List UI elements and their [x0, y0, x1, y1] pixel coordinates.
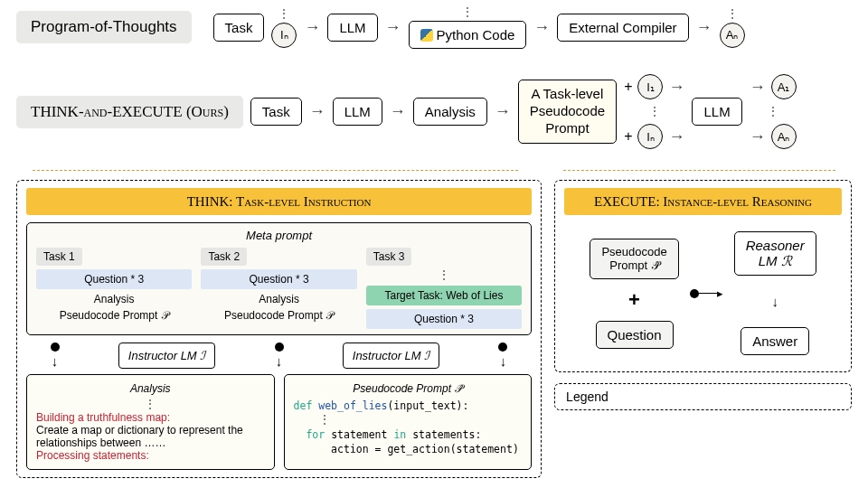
- arrow-icon: →: [533, 18, 550, 37]
- arrow-icon: →: [304, 18, 320, 37]
- question-bar: Question * 3: [201, 269, 356, 289]
- question-bar: Question * 3: [36, 269, 192, 289]
- legend-box: Legend: [554, 383, 852, 410]
- external-compiler-box: External Compiler: [557, 14, 688, 42]
- task-tag: Task 2: [201, 248, 247, 266]
- think-header: THINK: Task-level Instruction: [26, 188, 532, 215]
- down-arrow-icon: ↓: [500, 353, 507, 369]
- task-tag: Task 1: [36, 248, 82, 266]
- pseudo-output-title: Pseudocode Prompt 𝒫̂: [294, 382, 523, 395]
- answer-stack: →A₁ →Aₙ: [750, 74, 797, 149]
- circle-in: Iₙ: [271, 23, 297, 48]
- circle-in-2: Iₙ: [637, 124, 663, 149]
- brace-connector: [563, 155, 835, 171]
- exec-question-box: Question: [596, 321, 674, 349]
- task-box: Task: [213, 14, 265, 42]
- python-icon: [420, 29, 433, 42]
- analysis-box: Analysis: [413, 98, 487, 126]
- brace-connector: [33, 155, 518, 171]
- arrow-icon: →: [495, 102, 511, 121]
- think-panel: THINK: Task-level Instruction Meta promp…: [16, 180, 542, 478]
- pseudo-code: def web_of_lies(input_text): for stateme…: [294, 399, 523, 456]
- dot-connector: [498, 343, 507, 352]
- arrow-icon: →: [385, 18, 401, 37]
- vdots-answers: Aₙ: [720, 7, 745, 48]
- input-stack: +I₁→ +Iₙ→: [624, 74, 684, 149]
- circle-i1: I₁: [637, 74, 663, 99]
- llm-box-3: LLM: [692, 98, 741, 126]
- pseudocode-output: Pseudocode Prompt 𝒫̂ def web_of_lies(inp…: [284, 374, 533, 470]
- llm-box: LLM: [327, 14, 377, 42]
- dot-connector: [51, 343, 60, 352]
- execute-header: EXECUTE: Instance-level Reasoning: [564, 188, 842, 215]
- circle-a1: A₁: [771, 74, 797, 99]
- python-stack: Python Code: [409, 5, 527, 49]
- ours-label: THINK-and-EXECUTE (Ours): [16, 96, 243, 128]
- analysis-output: Analysis Building a truthfulness map: Cr…: [26, 374, 275, 470]
- down-arrow-icon: ↓: [52, 353, 59, 369]
- task-box-2: Task: [250, 98, 302, 126]
- execute-panel: EXECUTE: Instance-level Reasoning Pseudo…: [554, 180, 852, 372]
- meta-col-3: Task 3 Target Task: Web of Lies Question…: [366, 248, 522, 329]
- down-arrow-icon: ↓: [276, 353, 283, 369]
- dot-connector: [275, 343, 284, 352]
- execute-flow: Pseudocode Prompt 𝒫̂ + Question ▸ Reason…: [564, 222, 842, 364]
- instructor-lm-box: Instructor LM ℐ: [343, 343, 439, 369]
- exec-pp-box: Pseudocode Prompt 𝒫̂: [590, 239, 678, 279]
- question-bar: Question * 3: [366, 309, 522, 329]
- answer-box: Answer: [741, 327, 809, 355]
- target-task-bar: Target Task: Web of Lies: [366, 286, 522, 305]
- down-arrow-icon: ↓: [771, 294, 778, 309]
- right-arrow-icon: ▸: [717, 286, 723, 300]
- arrow-icon: →: [390, 102, 406, 121]
- lower-section: THINK: Task-level Instruction Meta promp…: [0, 173, 868, 485]
- meta-title: Meta prompt: [36, 229, 522, 242]
- pseudocode-prompt-box: A Task-level Pseudocode Prompt: [518, 80, 617, 143]
- analysis-output-title: Analysis: [36, 382, 265, 395]
- meta-prompt-box: Meta prompt Task 1 Question * 3 Analysis…: [26, 222, 532, 335]
- python-code-box: Python Code: [409, 21, 527, 49]
- meta-col-1: Task 1 Question * 3 Analysis Pseudocode …: [36, 248, 192, 329]
- arrow-icon: →: [696, 18, 712, 37]
- meta-col-2: Task 2 Question * 3 Analysis Pseudocode …: [201, 248, 356, 329]
- reasoner-box: Reasoner LM ℛ: [734, 231, 816, 276]
- llm-box-2: LLM: [333, 98, 382, 126]
- analysis-red-1: Building a truthfulness map:: [36, 411, 265, 424]
- plus-icon: +: [628, 288, 640, 312]
- pot-label: Program-of-Thoughts: [16, 11, 192, 43]
- analysis-line: Analysis: [201, 293, 356, 305]
- vdots-inputs: Iₙ: [271, 7, 297, 48]
- row-ours: THINK-and-EXECUTE (Ours) Task → LLM → An…: [0, 69, 868, 155]
- task-tag: Task 3: [366, 248, 412, 266]
- circle-an-2: Aₙ: [771, 124, 797, 149]
- circle-an: Aₙ: [720, 23, 745, 48]
- analysis-line: Analysis: [36, 293, 192, 305]
- instructor-row: ↓ Instructor LM ℐ ↓ Instructor LM ℐ ↓: [26, 343, 532, 369]
- instructor-lm-box: Instructor LM ℐ: [118, 343, 215, 369]
- row-pot: Program-of-Thoughts Task Iₙ → LLM → Pyth…: [0, 0, 868, 54]
- dot-connector: [690, 289, 699, 298]
- analysis-body: Create a map or dictionary to represent …: [36, 424, 265, 449]
- pseudo-line: Pseudocode Prompt 𝒫: [201, 309, 356, 322]
- analysis-red-2: Processing statements:: [36, 449, 265, 462]
- arrow-icon: →: [309, 102, 326, 121]
- pseudo-line: Pseudocode Prompt 𝒫: [36, 309, 192, 322]
